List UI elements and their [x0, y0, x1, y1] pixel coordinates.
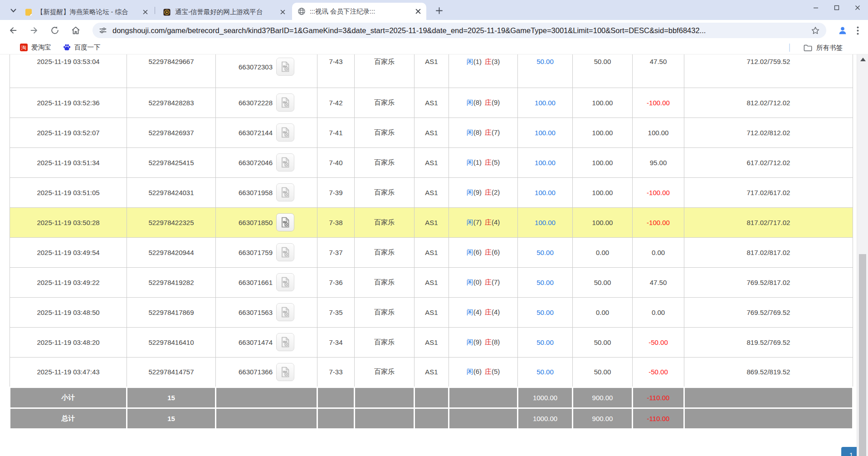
table-row[interactable]: 2025-11-19 03:47:43 522978414757 6630713…: [10, 357, 853, 387]
table-row[interactable]: 2025-11-19 03:49:22 522978419282 6630716…: [10, 267, 853, 297]
table-round-cell: 7-34: [317, 327, 355, 357]
valid-amount-cell: 0.00: [573, 237, 633, 267]
bookmark-baidu[interactable]: 百度一下: [63, 43, 101, 52]
table-row[interactable]: 2025-11-19 03:48:50 522978417869 6630715…: [10, 297, 853, 327]
video-replay-button[interactable]: [276, 93, 294, 112]
bookmarks-bar: 淘 爱淘宝 百度一下 所有书签: [0, 41, 868, 54]
tab-close-button[interactable]: [414, 7, 423, 16]
total-winloss: -110.00: [633, 408, 684, 429]
table-row[interactable]: 2025-11-19 03:52:36 522978428283 6630722…: [10, 88, 853, 118]
video-replay-button[interactable]: [276, 273, 294, 291]
balance-cell: 617.02/712.02: [684, 147, 853, 177]
video-replay-button[interactable]: [276, 303, 294, 321]
result-cell: 闲(9)庄(2): [449, 177, 518, 207]
close-window-button[interactable]: [847, 0, 868, 15]
back-button[interactable]: [6, 24, 20, 37]
url-text[interactable]: dongshouji.com/game/betrecord_search/kin…: [112, 26, 811, 35]
table-row[interactable]: 2025-11-19 03:50:28 522978422325 6630718…: [10, 207, 853, 237]
tab-search-button[interactable]: [7, 5, 19, 15]
bet-id-cell: 522978420944: [127, 237, 216, 267]
banker-points: (7): [492, 278, 500, 286]
tab-close-button[interactable]: [278, 8, 287, 17]
video-replay-button[interactable]: [276, 363, 294, 381]
bet-amount-cell: 50.00: [518, 357, 573, 387]
tab-haiyan-forum[interactable]: 【新提醒】海燕策略论坛 - 综合: [19, 4, 153, 20]
video-replay-button[interactable]: [276, 123, 294, 142]
table-row[interactable]: 2025-11-19 03:49:54 522978420944 6630717…: [10, 237, 853, 267]
video-replay-button[interactable]: [276, 183, 294, 201]
account-cell: AS1: [414, 118, 449, 147]
account-cell: AS1: [414, 147, 449, 177]
video-replay-button[interactable]: [276, 58, 294, 76]
home-button[interactable]: [69, 24, 83, 37]
table-round-cell: 7-35: [317, 297, 355, 327]
tab-betrecord-active[interactable]: :::视讯 会员下注纪录:::: [292, 3, 426, 20]
banker-label: 庄: [485, 308, 492, 316]
minimize-button[interactable]: [805, 0, 826, 15]
video-replay-button[interactable]: [276, 153, 294, 172]
tab-tongbao[interactable]: 通宝-信誉最好的网上游戏平台: [157, 4, 291, 20]
bet-amount-cell: 50.00: [518, 327, 573, 357]
table-row[interactable]: 2025-11-19 03:53:04 522978429667 6630723…: [10, 54, 853, 88]
table-row[interactable]: 2025-11-19 03:48:20 522978416410 6630714…: [10, 327, 853, 357]
game-name-cell: 百家乐: [355, 207, 414, 237]
result-cell: 闲(7)庄(4): [449, 207, 518, 237]
winloss-cell: 0.00: [633, 237, 684, 267]
video-replay-button[interactable]: [276, 243, 294, 261]
total-count: 15: [127, 408, 216, 429]
subtotal-winloss: -110.00: [633, 387, 684, 408]
table-round-cell: 7-38: [317, 207, 355, 237]
player-label: 闲: [467, 128, 473, 136]
three-dot-menu[interactable]: [852, 24, 863, 37]
total-valid: 900.00: [573, 408, 633, 429]
round-id-text: 663072144: [239, 129, 273, 137]
address-bar[interactable]: dongshouji.com/game/betrecord_search/kin…: [93, 23, 826, 38]
result-cell: 闲(0)庄(7): [449, 267, 518, 297]
taobao-icon: 淘: [20, 44, 28, 51]
bookmarks-divider: [789, 44, 790, 52]
profile-avatar[interactable]: [836, 24, 849, 37]
round-id-text: 663072228: [239, 99, 273, 107]
forward-button[interactable]: [27, 24, 41, 37]
game-name-cell: 百家乐: [355, 147, 414, 177]
round-id-text: 663071759: [239, 249, 273, 256]
video-replay-button[interactable]: [276, 333, 294, 351]
new-tab-button[interactable]: [434, 5, 444, 16]
table-row[interactable]: 2025-11-19 03:51:34 522978425415 6630720…: [10, 147, 853, 177]
total-label: 总计: [10, 408, 127, 429]
site-info-tune-icon[interactable]: [99, 26, 107, 34]
bet-time-cell: 2025-11-19 03:48:50: [10, 297, 127, 327]
banker-label: 庄: [485, 58, 492, 65]
bet-time-cell: 2025-11-19 03:48:20: [10, 327, 127, 357]
reload-button[interactable]: [48, 24, 62, 37]
maximize-button[interactable]: [826, 0, 847, 15]
player-label: 闲: [467, 58, 473, 65]
winloss-cell: 47.50: [633, 54, 684, 88]
bet-id-cell: 522978428283: [127, 88, 216, 118]
subtotal-valid: 900.00: [573, 387, 633, 408]
svg-text:淘: 淘: [21, 45, 26, 50]
bookmark-aitaobao[interactable]: 淘 爱淘宝: [20, 43, 51, 52]
bet-id-cell: 522978424031: [127, 177, 216, 207]
bet-amount-cell: 50.00: [518, 297, 573, 327]
scrollbar-thumb[interactable]: [859, 254, 866, 456]
all-bookmarks-button[interactable]: 所有书签: [804, 41, 843, 54]
video-replay-icon: [279, 186, 291, 198]
banker-points: (7): [492, 128, 500, 136]
bookmark-star-icon[interactable]: [811, 26, 820, 35]
player-points: (0): [473, 278, 482, 286]
table-row[interactable]: 2025-11-19 03:51:05 522978424031 6630719…: [10, 177, 853, 207]
valid-amount-cell: 100.00: [573, 207, 633, 237]
valid-amount-cell: 100.00: [573, 88, 633, 118]
balance-cell: 817.02/717.02: [684, 207, 853, 237]
video-replay-button[interactable]: [276, 213, 294, 231]
table-round-cell: 7-36: [317, 267, 355, 297]
scrollbar-up-arrow[interactable]: [857, 54, 868, 64]
tab-close-button[interactable]: [141, 8, 150, 17]
table-row[interactable]: 2025-11-19 03:52:07 522978426937 6630721…: [10, 118, 853, 147]
winloss-cell: 0.00: [633, 297, 684, 327]
player-label: 闲: [467, 98, 473, 106]
round-id-cell: 663071661: [216, 267, 317, 297]
bet-amount-cell: 100.00: [518, 88, 573, 118]
account-cell: AS1: [414, 207, 449, 237]
